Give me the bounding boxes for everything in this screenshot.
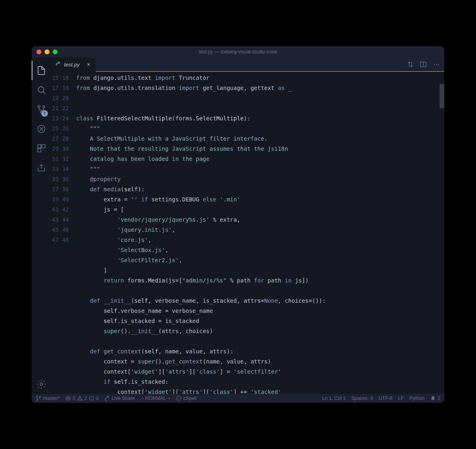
- more-actions-icon[interactable]: [433, 61, 440, 68]
- status-cursor[interactable]: Ln 1, Col 1: [322, 396, 346, 401]
- status-bar: master* 0 2 0 Live Share -- NORMAL -- cS…: [32, 394, 444, 403]
- activity-bar: 7: [32, 58, 51, 394]
- editor-actions: [402, 61, 444, 68]
- svg-point-10: [434, 64, 435, 65]
- liveshare-status-icon: [104, 396, 110, 401]
- tab-bar: test.py ×: [51, 58, 444, 72]
- compare-icon[interactable]: [407, 61, 414, 68]
- code-editor[interactable]: 15 16 17 18 19 20 21 22 23 24 25 26 27 2…: [51, 72, 444, 394]
- svg-point-13: [36, 396, 38, 397]
- explorer-icon[interactable]: [32, 61, 51, 80]
- svg-point-8: [40, 383, 43, 385]
- status-eol[interactable]: LF: [398, 396, 404, 401]
- bell-icon: [430, 396, 436, 401]
- svg-point-1: [38, 106, 40, 108]
- svg-rect-7: [38, 149, 41, 152]
- tab-test-py[interactable]: test.py ×: [51, 58, 96, 72]
- workbench-body: 7 test.py ×: [32, 58, 444, 394]
- minimize-window-icon[interactable]: [45, 49, 49, 54]
- close-window-icon[interactable]: [36, 49, 41, 54]
- svg-point-0: [38, 87, 44, 92]
- error-icon: [65, 396, 71, 401]
- status-notifications[interactable]: 2: [430, 396, 440, 401]
- editor-group: test.py × 15 16 17 18 19 20 21 22 23 24 …: [51, 58, 444, 394]
- search-icon[interactable]: [32, 80, 51, 100]
- tab-label: test.py: [64, 62, 79, 68]
- titlebar[interactable]: test.py — iceberg-visual-studio-code: [32, 46, 444, 58]
- liveshare-icon[interactable]: [32, 158, 51, 177]
- branch-icon: [36, 396, 41, 401]
- line-number-gutter: 15 16 17 18 19 20 21 22 23 24 25 26 27 2…: [51, 72, 76, 394]
- svg-point-11: [436, 64, 437, 65]
- status-spaces[interactable]: Spaces: 4: [352, 396, 373, 401]
- window-title: test.py — iceberg-visual-studio-code: [199, 49, 277, 55]
- svg-point-12: [438, 64, 439, 65]
- window-controls: [36, 49, 58, 54]
- status-branch[interactable]: master*: [36, 396, 60, 401]
- info-icon: [89, 396, 94, 401]
- vscode-window: test.py — iceberg-visual-studio-code 7: [32, 46, 444, 403]
- svg-point-15: [39, 396, 41, 398]
- svg-point-2: [43, 106, 45, 108]
- scm-badge: 7: [41, 110, 48, 117]
- split-editor-icon[interactable]: [420, 61, 427, 68]
- svg-point-14: [36, 400, 38, 401]
- svg-rect-5: [38, 145, 41, 148]
- status-encoding[interactable]: UTF-8: [379, 396, 392, 401]
- tab-close-icon[interactable]: ×: [85, 61, 92, 68]
- info-circle-icon: [176, 396, 182, 401]
- status-language[interactable]: Python: [410, 396, 425, 401]
- python-file-icon: [55, 61, 62, 68]
- source-control-icon[interactable]: 7: [32, 100, 51, 119]
- svg-rect-6: [42, 145, 45, 148]
- code-content[interactable]: from django.utils.text import Truncator …: [76, 72, 444, 394]
- status-liveshare[interactable]: Live Share: [104, 396, 135, 401]
- scrollbar-thumb[interactable]: [440, 84, 444, 108]
- debug-icon[interactable]: [32, 119, 51, 139]
- maximize-window-icon[interactable]: [53, 49, 58, 54]
- extensions-icon[interactable]: [32, 139, 51, 158]
- warning-icon: [77, 396, 83, 401]
- status-cspell[interactable]: cSpell: [176, 396, 197, 401]
- status-vim-mode[interactable]: -- NORMAL --: [141, 396, 171, 401]
- settings-gear-icon[interactable]: [32, 374, 51, 394]
- status-problems[interactable]: 0 2 0: [65, 396, 99, 401]
